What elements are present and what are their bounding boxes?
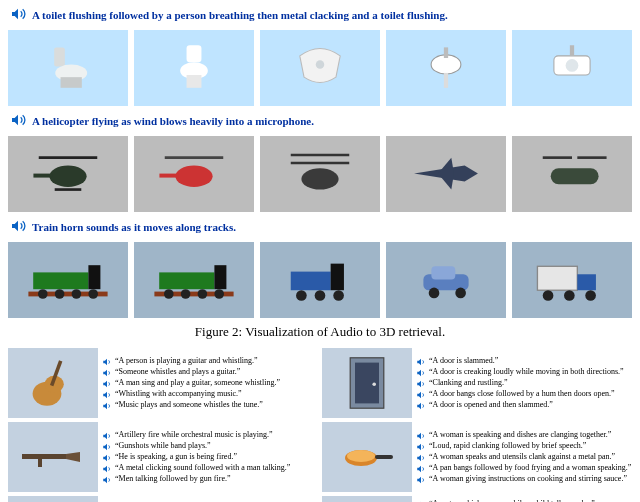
result-captions-rifle: “Artillery fire while orchestral music i…: [102, 422, 318, 492]
audio-caption-line: “A door is slammed.”: [416, 356, 632, 367]
svg-rect-9: [444, 48, 448, 59]
audio-caption-line: “A door is creaking loudly while moving …: [416, 367, 632, 378]
query-thumb-pan: [322, 422, 412, 492]
svg-point-51: [455, 288, 466, 299]
result-thumb: [512, 30, 632, 106]
audio-caption-line: “Loud, rapid clanking followed by brief …: [416, 441, 632, 452]
svg-point-67: [347, 450, 375, 462]
door-icon: [342, 353, 392, 413]
result-captions-pan: “A woman is speaking and dishes are clan…: [416, 422, 632, 492]
train-icon: [278, 253, 362, 306]
svg-point-34: [72, 290, 82, 300]
svg-rect-52: [537, 267, 577, 291]
svg-point-40: [181, 290, 191, 300]
svg-rect-63: [22, 454, 72, 459]
result-thumb: [8, 242, 128, 318]
audio-caption-line: “A woman is speaking and dishes are clan…: [416, 430, 632, 441]
sink-icon: [530, 41, 614, 94]
helicopter-icon: [530, 147, 614, 200]
result-thumb: [260, 136, 380, 212]
svg-point-35: [88, 290, 98, 300]
svg-rect-28: [551, 169, 599, 185]
svg-point-46: [315, 291, 326, 302]
svg-point-11: [566, 59, 579, 72]
result-thumb: [386, 136, 506, 212]
query-thumb-church: [8, 496, 98, 502]
svg-rect-15: [33, 174, 52, 178]
svg-rect-30: [88, 266, 100, 290]
svg-rect-29: [33, 273, 88, 290]
svg-marker-64: [66, 452, 80, 462]
svg-point-22: [301, 169, 338, 190]
svg-point-56: [585, 291, 596, 302]
audio-caption-line: “Artillery fire while orchestral music i…: [102, 430, 318, 441]
result-thumb: [512, 242, 632, 318]
result-thumb: [134, 136, 254, 212]
result-thumb: [134, 30, 254, 106]
audio-caption-line: “Music plays and someone whistles the tu…: [102, 400, 318, 411]
svg-rect-3: [187, 46, 202, 63]
svg-rect-12: [570, 46, 574, 57]
result-captions-door: “A door is slammed.”“A door is creaking …: [416, 348, 632, 418]
result-thumb: [260, 30, 380, 106]
audio-query-2: A helicopter flying as wind blows heavil…: [32, 115, 314, 127]
audio-caption-line: “A pan bangs followed by food frying and…: [416, 463, 632, 474]
result-captions-guitar: “A person is playing a guitar and whistl…: [102, 348, 318, 418]
result-thumb: [386, 30, 506, 106]
svg-rect-65: [38, 459, 42, 467]
svg-marker-25: [438, 174, 454, 190]
svg-marker-24: [438, 158, 454, 174]
svg-point-47: [333, 291, 344, 302]
query-thumb-ship: [322, 496, 412, 502]
truck-icon: [530, 253, 614, 306]
jet-icon: [404, 147, 488, 200]
query-thumb-door: [322, 348, 412, 418]
result-thumb: [386, 242, 506, 318]
audio-caption-line: “He is speaking, a gun is being fired.”: [102, 452, 318, 463]
audio-caption-line: “A door bangs close followed by a hum th…: [416, 389, 632, 400]
svg-point-18: [175, 166, 212, 187]
svg-point-50: [429, 288, 440, 299]
audio-caption-line: “A door is opened and then slammed.”: [416, 400, 632, 411]
figure-3-grid: “A person is playing a guitar and whistl…: [0, 342, 640, 502]
toilet-icon: [26, 41, 110, 94]
pan-icon: [337, 437, 397, 477]
helicopter-icon: [26, 147, 110, 200]
toilet-icon: [152, 41, 236, 94]
svg-point-39: [164, 290, 174, 300]
svg-rect-53: [577, 275, 596, 291]
svg-point-14: [49, 166, 86, 187]
svg-rect-8: [444, 73, 448, 88]
car-icon: [404, 253, 488, 306]
result-thumb: [8, 30, 128, 106]
svg-point-55: [564, 291, 575, 302]
svg-rect-37: [214, 266, 226, 290]
audio-caption-line: “A metal clicking sound followed with a …: [102, 463, 318, 474]
audio-query-3: Train horn sounds as it moves along trac…: [32, 221, 236, 233]
sink-icon: [404, 41, 488, 94]
result-thumb: [512, 136, 632, 212]
svg-rect-68: [375, 455, 393, 459]
result-captions-ship: “A water vehicle moves while a child tal…: [416, 496, 632, 502]
fig2-row-2: [0, 130, 640, 212]
guitar-icon: [23, 353, 83, 413]
query-thumb-rifle: [8, 422, 98, 492]
fig2-row-3: [0, 236, 640, 318]
svg-point-54: [543, 291, 554, 302]
train-icon: [152, 253, 236, 306]
svg-rect-0: [54, 48, 65, 67]
rifle-icon: [18, 437, 88, 477]
query-thumb-guitar: [8, 348, 98, 418]
svg-rect-19: [159, 174, 178, 178]
speaker-icon: [10, 112, 26, 130]
audio-caption-line: “A man sing and play a guitar, someone w…: [102, 378, 318, 389]
sink-icon: [278, 41, 362, 94]
svg-rect-5: [187, 75, 202, 88]
audio-caption-line: “A woman giving instructions on cooking …: [416, 474, 632, 485]
result-thumb: [260, 242, 380, 318]
svg-point-32: [38, 290, 48, 300]
svg-point-45: [296, 291, 307, 302]
svg-point-6: [316, 61, 325, 70]
audio-caption-line: “Whistling with accompanying music.”: [102, 389, 318, 400]
svg-point-33: [55, 290, 65, 300]
